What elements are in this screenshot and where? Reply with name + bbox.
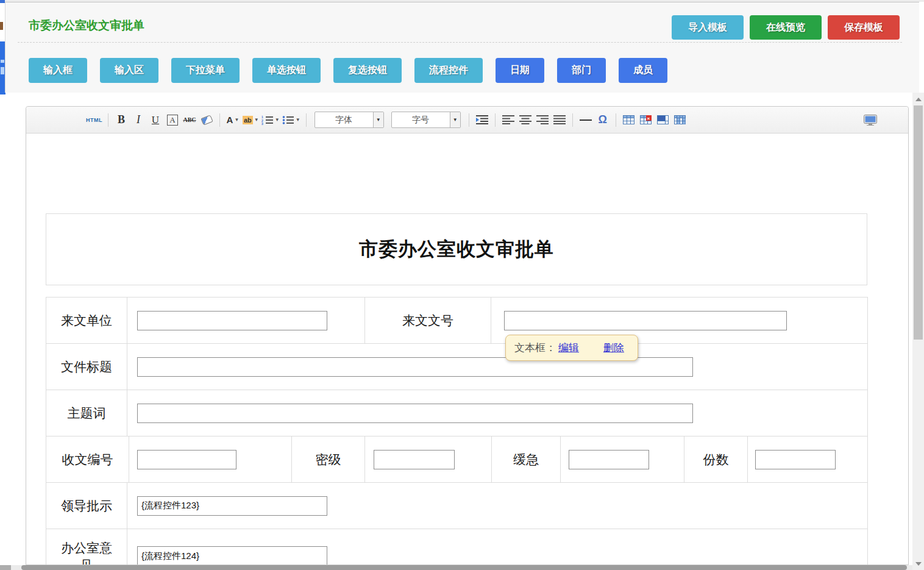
tooltip-label: 文本框： bbox=[514, 341, 556, 355]
toolbar-separator bbox=[306, 113, 307, 127]
field-label: 文件标题 bbox=[46, 344, 127, 390]
toolbar-separator bbox=[108, 113, 108, 127]
field-label: 份数 bbox=[684, 436, 748, 482]
add-date-button[interactable]: 日期 bbox=[496, 58, 544, 83]
horizontal-scrollbar-thumb[interactable] bbox=[21, 565, 907, 570]
strikethrough-icon[interactable]: ABC bbox=[182, 112, 197, 128]
urgency-input[interactable] bbox=[569, 450, 649, 469]
field-label: 领导批示 bbox=[46, 483, 127, 529]
table-row: 主题词 bbox=[46, 390, 867, 436]
background-page-sliver bbox=[0, 0, 5, 3]
toolbar-separator bbox=[572, 113, 573, 127]
bold-icon[interactable]: B bbox=[114, 112, 129, 128]
field-label: 密级 bbox=[292, 436, 365, 482]
save-template-button[interactable]: 保存模板 bbox=[828, 15, 900, 40]
horizontal-rule-icon[interactable] bbox=[578, 112, 593, 128]
import-template-button[interactable]: 导入模板 bbox=[672, 15, 744, 40]
table-row: 文件标题 bbox=[46, 344, 867, 390]
toolbar-separator bbox=[469, 113, 469, 127]
chevron-down-icon[interactable]: ▼ bbox=[296, 117, 300, 123]
scroll-down-arrow[interactable] bbox=[912, 558, 924, 569]
fullscreen-icon[interactable] bbox=[863, 112, 878, 128]
underline-icon[interactable]: U bbox=[148, 112, 163, 128]
keywords-input[interactable] bbox=[137, 404, 693, 423]
add-checkbox-button[interactable]: 复选按钮 bbox=[333, 58, 402, 83]
table-row: 办公室意见 bbox=[46, 529, 867, 565]
delete-table-icon[interactable]: × bbox=[639, 112, 653, 128]
template-actions: 导入模板 在线预览 保存模板 bbox=[672, 15, 900, 40]
security-level-input[interactable] bbox=[374, 450, 455, 469]
eraser-icon bbox=[201, 115, 213, 125]
field-label: 来文文号 bbox=[365, 297, 491, 343]
align-left-icon[interactable] bbox=[501, 112, 516, 128]
vertical-scrollbar[interactable] bbox=[912, 93, 924, 570]
form-table: 来文单位 来文文号 文件标题 主题词 bbox=[46, 297, 868, 565]
vertical-scrollbar-thumb[interactable] bbox=[914, 105, 923, 340]
insert-table-icon[interactable] bbox=[622, 112, 636, 128]
add-department-button[interactable]: 部门 bbox=[557, 58, 606, 83]
copies-input[interactable] bbox=[755, 450, 836, 469]
add-radio-button[interactable]: 单选按钮 bbox=[252, 58, 321, 83]
font-size-select[interactable]: 字号 ▼ bbox=[391, 112, 461, 128]
source-unit-input[interactable] bbox=[137, 311, 327, 330]
special-char-icon[interactable]: Ω bbox=[595, 112, 610, 128]
table-properties-icon[interactable] bbox=[656, 112, 670, 128]
align-right-icon[interactable] bbox=[535, 112, 550, 128]
form-title-box: 市委办公室收文审批单 bbox=[46, 213, 867, 285]
edit-link[interactable]: 编辑 bbox=[558, 341, 579, 355]
field-label: 主题词 bbox=[46, 390, 127, 436]
table-row: 收文编号 密级 缓急 份数 bbox=[46, 436, 867, 483]
svg-text:×: × bbox=[647, 116, 650, 121]
font-color-icon[interactable]: A▼ bbox=[226, 112, 240, 128]
chevron-down-icon[interactable]: ▼ bbox=[275, 117, 280, 123]
add-dropdown-button[interactable]: 下拉菜单 bbox=[171, 58, 240, 83]
editor-toolbar: HTML B I U A ABC A▼ ab▼ 1 2 3 ▼ bbox=[26, 107, 908, 134]
chevron-down-icon[interactable]: ▼ bbox=[373, 112, 383, 127]
field-label: 来文单位 bbox=[46, 297, 127, 343]
italic-icon[interactable]: I bbox=[131, 112, 146, 128]
font-family-select[interactable]: 字体 ▼ bbox=[315, 112, 384, 128]
chevron-down-icon[interactable]: ▼ bbox=[254, 117, 259, 123]
remove-format-icon[interactable] bbox=[199, 112, 214, 128]
unordered-list-icon[interactable]: ▼ bbox=[282, 112, 300, 128]
ordered-list-icon[interactable]: 1 2 3 ▼ bbox=[261, 112, 280, 128]
header-divider bbox=[18, 42, 902, 43]
document-number-input[interactable] bbox=[504, 311, 787, 330]
add-flow-control-button[interactable]: 流程控件 bbox=[414, 58, 483, 83]
field-label: 缓急 bbox=[492, 436, 561, 482]
editor-document-area[interactable]: 市委办公室收文审批单 来文单位 来文文号 文件标题 bbox=[26, 134, 908, 565]
textbox-context-tooltip: 文本框： 编辑 删除 bbox=[505, 335, 638, 361]
field-label: 收文编号 bbox=[46, 436, 129, 482]
add-member-button[interactable]: 成员 bbox=[619, 58, 667, 83]
scroll-up-arrow[interactable] bbox=[912, 94, 924, 104]
char-border-icon[interactable]: A bbox=[167, 115, 177, 126]
table-row: 领导批示 bbox=[46, 483, 867, 529]
form-title: 市委办公室收文审批单 bbox=[359, 237, 554, 262]
toolbar-separator bbox=[495, 113, 496, 127]
horizontal-scrollbar[interactable] bbox=[0, 565, 912, 570]
align-justify-icon[interactable] bbox=[552, 112, 567, 128]
horizontal-scrollbar-stub bbox=[0, 565, 11, 570]
chevron-down-icon[interactable]: ▼ bbox=[234, 117, 239, 123]
field-label: 办公室意见 bbox=[46, 529, 127, 565]
receipt-number-input[interactable] bbox=[137, 450, 236, 469]
html-source-icon[interactable]: HTML bbox=[86, 112, 102, 128]
table-row: 来文单位 来文文号 bbox=[46, 297, 867, 344]
add-input-box-button[interactable]: 输入框 bbox=[29, 58, 87, 83]
add-textarea-button[interactable]: 输入区 bbox=[100, 58, 158, 83]
align-center-icon[interactable] bbox=[518, 112, 533, 128]
form-component-buttons: 输入框 输入区 下拉菜单 单选按钮 复选按钮 流程控件 日期 部门 成员 bbox=[29, 58, 680, 83]
cell-properties-icon[interactable] bbox=[673, 112, 688, 128]
indent-icon[interactable] bbox=[475, 112, 489, 128]
page-title: 市委办公室收文审批单 bbox=[29, 18, 144, 34]
delete-link[interactable]: 删除 bbox=[603, 341, 624, 355]
svg-text:3: 3 bbox=[261, 122, 263, 125]
toolbar-separator bbox=[616, 113, 616, 127]
chevron-down-icon[interactable]: ▼ bbox=[450, 112, 460, 127]
background-page-sliver bbox=[0, 22, 3, 30]
office-opinion-input[interactable] bbox=[137, 546, 327, 565]
online-preview-button[interactable]: 在线预览 bbox=[750, 15, 822, 40]
header-panel: 市委办公室收文审批单 导入模板 在线预览 保存模板 输入框 输入区 下拉菜单 单… bbox=[5, 2, 919, 93]
highlight-color-icon[interactable]: ab▼ bbox=[243, 112, 259, 128]
leader-instructions-input[interactable] bbox=[137, 496, 327, 516]
